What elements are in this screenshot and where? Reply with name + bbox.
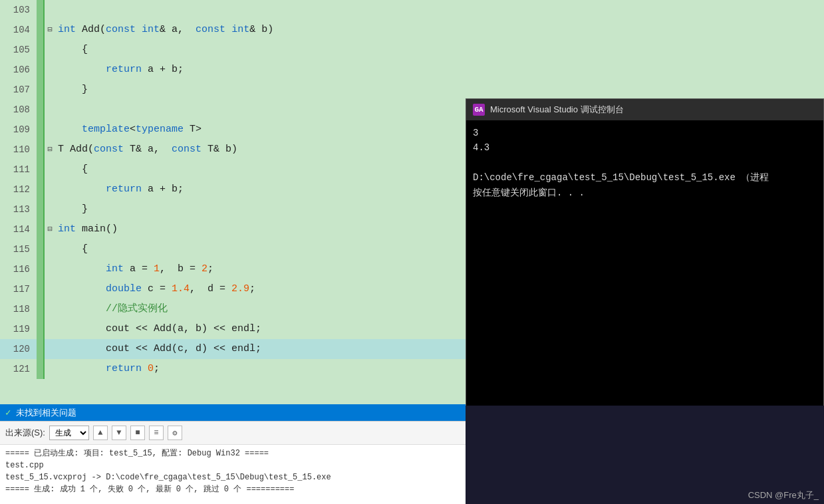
code-line-121: 121 return 0;: [0, 359, 466, 379]
line-num-109: 109: [0, 120, 37, 140]
console-app-icon: GA: [473, 104, 485, 116]
code-content-112: return a + b;: [55, 180, 466, 199]
gutter-120: [37, 339, 45, 359]
gutter-108: [37, 100, 45, 120]
code-line-117: 117 double c = 1.4, d = 2.9;: [0, 279, 466, 299]
code-content-108: [55, 100, 466, 120]
status-bar: ✓ 未找到相关问题: [0, 404, 466, 421]
expand-110[interactable]: ⊟: [45, 140, 55, 160]
expand-108: [45, 100, 55, 120]
code-content-118: //隐式实例化: [55, 299, 466, 319]
expand-113: [45, 199, 55, 219]
expand-109: [45, 120, 55, 140]
line-num-106: 106: [0, 60, 37, 80]
gutter-112: [37, 180, 45, 199]
console-output-line-4: D:\code\fre_cgaga\test_5_15\Debug\test_5…: [473, 170, 817, 185]
code-line-114: 114 ⊟ int main(): [0, 219, 466, 239]
code-content-120: cout << Add(c, d) << endl;: [55, 339, 466, 359]
expand-120: [45, 339, 55, 359]
expand-117: [45, 279, 55, 299]
output-settings-btn[interactable]: ⚙: [168, 426, 182, 440]
output-toolbar: 出来源(S): 生成 ▲ ▼ ■ ≡ ⚙: [0, 422, 466, 445]
console-output-line-5: 按任意键关闭此窗口. . .: [473, 186, 817, 200]
right-empty-area: [466, 0, 824, 98]
gutter-115: [37, 239, 45, 259]
line-num-116: 116: [0, 259, 37, 279]
expand-107: [45, 80, 55, 100]
gutter-110: [37, 140, 45, 160]
line-num-117: 117: [0, 279, 37, 299]
expand-119: [45, 319, 55, 339]
gutter-105: [37, 40, 45, 60]
gutter-111: [37, 160, 45, 180]
bottom-right-area: CSDN @Fre丸子_: [466, 406, 824, 504]
code-editor: 103 104 ⊟ int Add(const int& a, const in…: [0, 0, 466, 412]
output-stop-btn[interactable]: ■: [130, 426, 145, 440]
code-line-116: 116 int a = 1, b = 2;: [0, 259, 466, 279]
line-num-105: 105: [0, 40, 37, 60]
code-content-106: return a + b;: [55, 60, 466, 80]
code-content-115: {: [55, 239, 466, 259]
expand-104[interactable]: ⊟: [45, 20, 55, 40]
code-line-118: 118 //隐式实例化: [0, 299, 466, 319]
code-line-113: 113 }: [0, 199, 466, 219]
code-line-106: 106 return a + b;: [0, 60, 466, 80]
gutter-114: [37, 219, 45, 239]
gutter-113: [37, 199, 45, 219]
code-content-103: [55, 0, 466, 20]
line-num-107: 107: [0, 80, 37, 100]
line-num-115: 115: [0, 239, 37, 259]
code-line-103: 103: [0, 0, 466, 20]
output-source-select[interactable]: 生成: [49, 426, 89, 440]
output-line-1: ===== 已启动生成: 项目: test_5_15, 配置: Debug Wi…: [5, 447, 460, 459]
output-down-btn[interactable]: ▼: [112, 426, 126, 440]
output-line-3: test_5_15.vcxproj -> D:\code\fre_cgaga\t…: [5, 471, 460, 483]
expand-121: [45, 359, 55, 379]
line-num-104: 104: [0, 20, 37, 40]
line-num-118: 118: [0, 299, 37, 319]
code-line-120: 120 cout << Add(c, d) << endl;: [0, 339, 466, 359]
code-line-108: 108: [0, 100, 466, 120]
code-line-105: 105 {: [0, 40, 466, 60]
line-num-112: 112: [0, 180, 37, 199]
gutter-106: [37, 60, 45, 80]
watermark-text: CSDN @Fre丸子_: [748, 489, 819, 501]
gutter-104: [37, 20, 45, 40]
gutter-118: [37, 299, 45, 319]
code-line-109: 109 template<typename T>: [0, 120, 466, 140]
expand-106: [45, 60, 55, 80]
gutter-109: [37, 120, 45, 140]
console-output-line-1: 3: [473, 126, 817, 140]
gutter-103: [37, 0, 45, 20]
expand-105: [45, 40, 55, 60]
console-output-line-3: [473, 156, 817, 170]
expand-115: [45, 239, 55, 259]
line-num-119: 119: [0, 319, 37, 339]
gutter-116: [37, 259, 45, 279]
code-content-121: return 0;: [55, 359, 466, 379]
console-title-text: Microsoft Visual Studio 调试控制台: [490, 104, 624, 116]
expand-118: [45, 299, 55, 319]
line-num-110: 110: [0, 140, 37, 160]
console-output-line-2: 4.3: [473, 140, 817, 155]
code-line-104: 104 ⊟ int Add(const int& a, const int& b…: [0, 20, 466, 40]
output-format-btn[interactable]: ≡: [149, 426, 164, 440]
line-num-103: 103: [0, 0, 37, 20]
output-line-2: test.cpp: [5, 459, 460, 471]
code-line-112: 112 return a + b;: [0, 180, 466, 199]
expand-114[interactable]: ⊟: [45, 219, 55, 239]
status-check-icon: ✓: [5, 407, 11, 418]
code-line-111: 111 {: [0, 160, 466, 180]
gutter-119: [37, 319, 45, 339]
line-num-108: 108: [0, 100, 37, 120]
code-content-111: {: [55, 160, 466, 180]
output-label: 出来源(S):: [5, 427, 45, 439]
code-content-104: int Add(const int& a, const int& b): [55, 20, 466, 40]
code-content-117: double c = 1.4, d = 2.9;: [55, 279, 466, 299]
output-line-4: ===== 生成: 成功 1 个, 失败 0 个, 最新 0 个, 跳过 0 个…: [5, 483, 460, 495]
code-content-119: cout << Add(a, b) << endl;: [55, 319, 466, 339]
code-line-107: 107 }: [0, 80, 466, 100]
output-content: ===== 已启动生成: 项目: test_5_15, 配置: Debug Wi…: [0, 445, 466, 498]
output-up-btn[interactable]: ▲: [93, 426, 108, 440]
line-num-111: 111: [0, 160, 37, 180]
